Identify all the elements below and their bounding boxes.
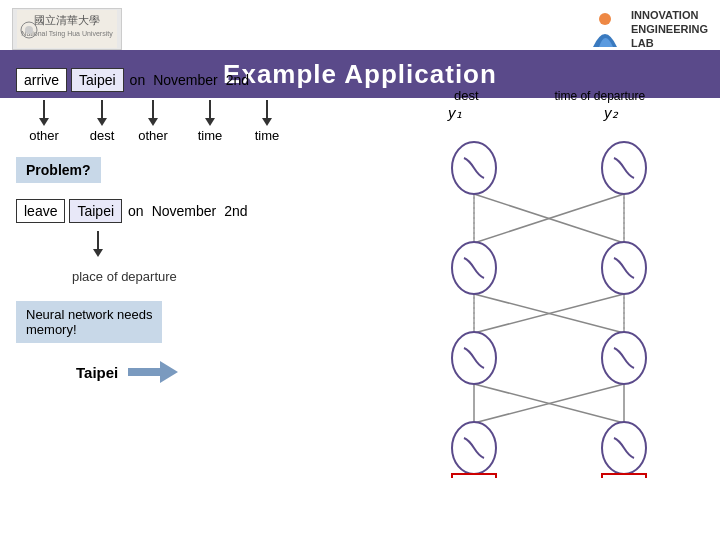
word-leave: leave (16, 199, 65, 223)
arrow-right-icon (128, 361, 178, 383)
svg-point-4 (25, 26, 33, 34)
sentence2-row: leave Taipei on November 2nd (16, 199, 424, 223)
left-panel: arrive Taipei on November 2nd other dest (16, 68, 424, 528)
main-content: arrive Taipei on November 2nd other dest (0, 56, 720, 540)
svg-marker-6 (128, 361, 178, 383)
word-arrive: arrive (16, 68, 67, 92)
word-on1: on (128, 69, 148, 91)
logo-right: INNOVATION ENGINEERING LAB (585, 8, 708, 51)
neural-network-box: Neural network needs memory! (16, 301, 162, 343)
svg-text:x₁: x₁ (466, 477, 481, 478)
problem-box: Problem? (16, 157, 101, 183)
place-of-departure-label: place of departure (72, 269, 177, 284)
word-taipei2: Taipei (69, 199, 122, 223)
label-dest: dest (90, 128, 115, 143)
right-panel: dest time of departure y₁ y₂ (424, 68, 704, 528)
word-2nd1: 2nd (224, 69, 251, 91)
svg-text:國立清華大學: 國立清華大學 (34, 14, 100, 26)
word-taipei1: Taipei (71, 68, 124, 92)
sentence1-row: arrive Taipei on November 2nd (16, 68, 424, 92)
label-other: other (29, 128, 59, 143)
word-november1: November (151, 69, 220, 91)
word-on2: on (126, 200, 146, 222)
svg-text:National Tsing Hua University: National Tsing Hua University (21, 30, 113, 38)
nn-diagram-svg: x₁ x₂ (434, 88, 694, 478)
word-november2: November (150, 200, 219, 222)
taipei-output: Taipei (76, 361, 424, 383)
taipei-output-label: Taipei (76, 364, 118, 381)
svg-text:x₂: x₂ (616, 477, 632, 478)
logos-area: 國立清華大學 National Tsing Hua University INN… (0, 4, 720, 54)
label-time2: time (255, 128, 280, 143)
label-time: time (198, 128, 223, 143)
svg-point-5 (599, 13, 611, 25)
logo-right-text: INNOVATION ENGINEERING LAB (631, 8, 708, 51)
word-2nd2: 2nd (222, 200, 249, 222)
label-other2: other (138, 128, 168, 143)
logo-left: 國立清華大學 National Tsing Hua University (12, 8, 122, 50)
